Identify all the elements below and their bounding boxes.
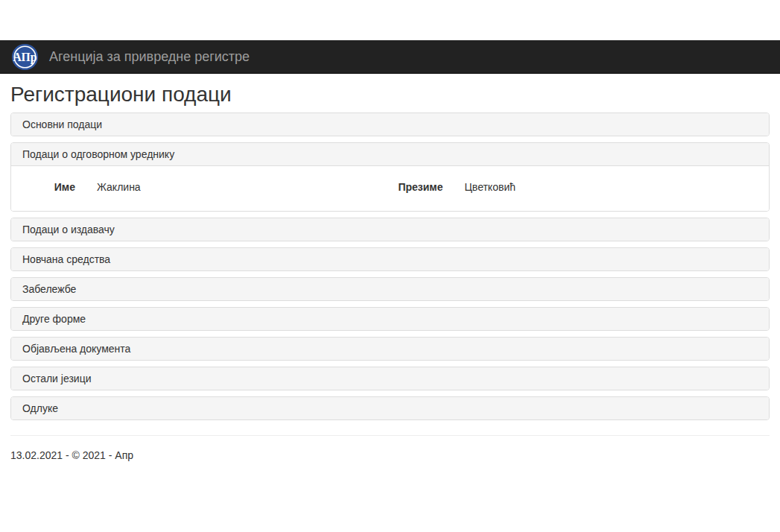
accordion-section-objavljena-dokumenta: Објављена документа bbox=[10, 337, 770, 361]
accordion-header-odluke[interactable]: Одлуке bbox=[11, 397, 769, 419]
first-name-label: Име bbox=[22, 181, 75, 193]
accordion-header-objavljena-dokumenta[interactable]: Објављена документа bbox=[11, 338, 769, 360]
last-name-field: Презиме Цветковић bbox=[390, 181, 758, 193]
accordion-section-izdavac: Подаци о издавачу bbox=[10, 218, 770, 241]
accordion-section-osnovni-podaci: Основни подаци bbox=[10, 113, 770, 136]
last-name-value: Цветковић bbox=[465, 181, 516, 193]
accordion-section-novcana-sredstva: Новчана средства bbox=[10, 247, 770, 271]
accordion-body-odgovorni-urednik: Име Жаклина Презиме Цветковић bbox=[11, 166, 769, 211]
accordion-section-odgovorni-urednik: Подаци о одговорном уреднику Име Жаклина… bbox=[10, 142, 770, 212]
main-content: Регистрациони подаци Основни подаци Пода… bbox=[10, 83, 770, 461]
accordion-header-osnovni-podaci[interactable]: Основни подаци bbox=[11, 113, 769, 136]
first-name-value: Жаклина bbox=[97, 181, 141, 193]
accordion-header-druge-forme[interactable]: Друге форме bbox=[11, 308, 769, 330]
navbar-brand-link[interactable]: АПр Агенција за привредне регистре bbox=[11, 43, 250, 71]
page-title: Регистрациони подаци bbox=[10, 83, 770, 107]
footer: 13.02.2021 - © 2021 - Апр bbox=[10, 436, 770, 461]
accordion-section-druge-forme: Друге форме bbox=[10, 307, 770, 331]
svg-text:АПр: АПр bbox=[13, 51, 37, 64]
accordion-section-ostali-jezici: Остали језици bbox=[10, 367, 770, 390]
navbar-brand-label: Агенција за привредне регистре bbox=[49, 49, 250, 64]
accordion-header-zabelezbe[interactable]: Забележбе bbox=[11, 278, 769, 300]
accordion-section-odluke: Одлуке bbox=[10, 396, 770, 420]
accordion-section-zabelezbe: Забележбе bbox=[10, 277, 770, 301]
apr-logo-icon: АПр bbox=[11, 43, 39, 71]
first-name-field: Име Жаклина bbox=[22, 181, 390, 193]
accordion-header-izdavac[interactable]: Подаци о издавачу bbox=[11, 218, 769, 241]
accordion: Основни подаци Подаци о одговорном уредн… bbox=[10, 113, 770, 420]
accordion-header-ostali-jezici[interactable]: Остали језици bbox=[11, 367, 769, 390]
accordion-header-odgovorni-urednik[interactable]: Подаци о одговорном уреднику bbox=[11, 143, 769, 166]
top-whitespace bbox=[0, 0, 780, 40]
navbar: АПр Агенција за привредне регистре bbox=[0, 40, 780, 74]
last-name-label: Презиме bbox=[390, 181, 443, 193]
editor-fields-row: Име Жаклина Презиме Цветковић bbox=[22, 181, 758, 193]
accordion-header-novcana-sredstva[interactable]: Новчана средства bbox=[11, 248, 769, 270]
